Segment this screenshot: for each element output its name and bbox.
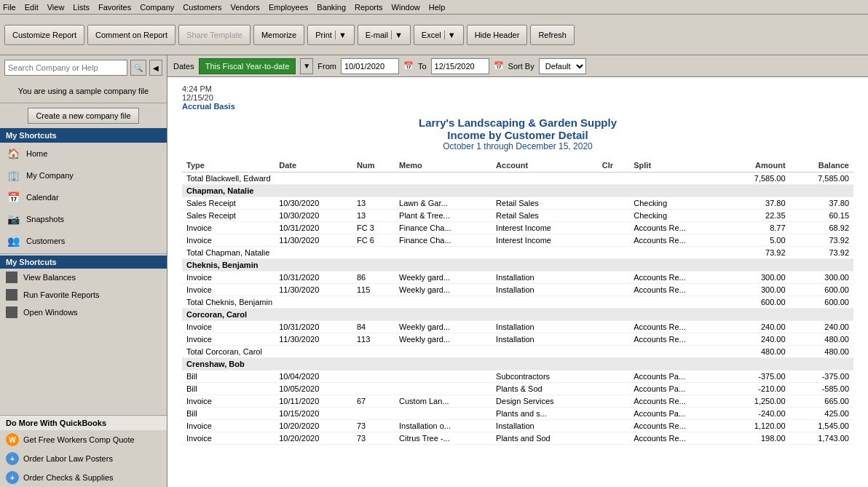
sidebar-item-view-balances[interactable]: View Balances bbox=[0, 269, 167, 286]
to-date-input[interactable] bbox=[431, 58, 489, 74]
menu-item-vendors[interactable]: Vendors bbox=[231, 3, 260, 12]
cell-balance: 665.00 bbox=[790, 395, 853, 408]
print-button[interactable]: Print ▼ bbox=[307, 25, 355, 45]
print-arrow-icon[interactable]: ▼ bbox=[335, 31, 347, 39]
sidebar-item-customers[interactable]: 👥 Customers bbox=[0, 230, 167, 252]
menu-item-window[interactable]: Window bbox=[392, 3, 420, 12]
table-row[interactable]: Invoice 10/31/2020 84 Weekly gard... Ins… bbox=[182, 321, 853, 333]
sort-by-select[interactable]: Default bbox=[539, 58, 586, 74]
workers-comp-icon: W bbox=[6, 433, 19, 446]
search-input[interactable] bbox=[4, 60, 127, 76]
group-header-label: Crenshaw, Bob bbox=[182, 358, 853, 371]
sidebar-item-mycompany[interactable]: 🏢 My Company bbox=[0, 165, 167, 186]
menu-item-edit[interactable]: Edit bbox=[25, 3, 39, 12]
promo-item-checks[interactable]: + Order Checks & Supplies bbox=[0, 468, 167, 487]
table-row[interactable]: Bill 10/05/2020 Plants & Sod Accounts Pa… bbox=[182, 383, 853, 395]
cell-account: Installation bbox=[492, 272, 598, 284]
table-row[interactable]: Bill 10/04/2020 Subcontractors Accounts … bbox=[182, 371, 853, 383]
customize-report-button[interactable]: Customize Report bbox=[4, 25, 84, 45]
date-dropdown-arrow[interactable]: ▼ bbox=[300, 58, 313, 74]
create-company-button[interactable]: Create a new company file bbox=[28, 108, 138, 124]
table-row[interactable]: Invoice 11/30/2020 115 Weekly gard... In… bbox=[182, 284, 853, 296]
sidebar-item-view-balances-label: View Balances bbox=[23, 273, 76, 282]
report-area: 4:24 PM 12/15/20 Accrual Basis Larry's L… bbox=[167, 77, 868, 487]
cell-amount: 37.80 bbox=[726, 197, 789, 210]
table-row[interactable]: Invoice 10/20/2020 73 Installation o... … bbox=[182, 420, 853, 432]
table-row[interactable]: Bill 10/15/2020 Plants and s... Accounts… bbox=[182, 408, 853, 420]
total-amount: 7,585.00 bbox=[726, 173, 789, 185]
menu-item-employees[interactable]: Employees bbox=[269, 3, 308, 12]
sidebar-item-calendar[interactable]: 📅 Calendar bbox=[0, 186, 167, 208]
refresh-button[interactable]: Refresh bbox=[530, 25, 575, 45]
email-arrow-icon[interactable]: ▼ bbox=[391, 31, 403, 39]
table-row[interactable]: Total Blackwell, Edward 7,585.00 7,585.0… bbox=[182, 173, 853, 185]
calendar-to-icon[interactable]: 📅 bbox=[494, 61, 504, 71]
cell-date: 10/31/2020 bbox=[275, 321, 352, 333]
table-row[interactable]: Invoice 11/30/2020 113 Weekly gard... In… bbox=[182, 333, 853, 346]
table-row[interactable]: Sales Receipt 10/30/2020 13 Lawn & Gar..… bbox=[182, 197, 853, 210]
col-header-memo[interactable]: Memo bbox=[395, 159, 492, 173]
cell-balance: 425.00 bbox=[790, 408, 853, 420]
calendar-from-icon[interactable]: 📅 bbox=[403, 61, 414, 71]
sidebar-item-open-windows[interactable]: Open Windows bbox=[0, 304, 167, 321]
col-header-date[interactable]: Date bbox=[275, 159, 352, 173]
menu-item-company[interactable]: Company bbox=[140, 3, 174, 12]
cell-split: Checking bbox=[629, 197, 726, 210]
col-header-split[interactable]: Split bbox=[629, 159, 726, 173]
col-header-account[interactable]: Account bbox=[492, 159, 598, 173]
cell-balance: 240.00 bbox=[790, 321, 853, 333]
table-row[interactable]: Total Corcoran, Carol 480.00 480.00 bbox=[182, 346, 853, 358]
promo-item-workers-comp[interactable]: W Get Free Workers Comp Quote bbox=[0, 430, 167, 449]
table-row[interactable]: Invoice 10/11/2020 67 Custom Lan... Desi… bbox=[182, 395, 853, 408]
table-row[interactable]: Chapman, Natalie bbox=[182, 185, 853, 197]
table-row[interactable]: Invoice 11/30/2020 FC 6 Finance Cha... I… bbox=[182, 234, 853, 247]
col-header-type[interactable]: Type bbox=[182, 159, 275, 173]
table-row[interactable]: Invoice 10/31/2020 86 Weekly gard... Ins… bbox=[182, 272, 853, 284]
col-header-num[interactable]: Num bbox=[352, 159, 395, 173]
table-row[interactable]: Crenshaw, Bob bbox=[182, 358, 853, 371]
menu-item-customers[interactable]: Customers bbox=[183, 3, 221, 12]
sidebar-item-run-reports[interactable]: Run Favorite Reports bbox=[0, 286, 167, 304]
sidebar-item-snapshots[interactable]: 📷 Snapshots bbox=[0, 208, 167, 230]
cell-memo: Custom Lan... bbox=[395, 395, 492, 408]
menu-item-banking[interactable]: Banking bbox=[317, 3, 346, 12]
cell-split: Accounts Pa... bbox=[629, 383, 726, 395]
comment-on-report-button[interactable]: Comment on Report bbox=[87, 25, 175, 45]
menu-item-help[interactable]: Help bbox=[429, 3, 446, 12]
hide-header-button[interactable]: Hide Header bbox=[467, 25, 528, 45]
promo-item-labor-law[interactable]: + Order Labor Law Posters bbox=[0, 449, 167, 468]
menu-item-view[interactable]: View bbox=[47, 3, 65, 12]
menu-item-favorites[interactable]: Favorites bbox=[98, 3, 131, 12]
share-template-button[interactable]: Share Template bbox=[178, 25, 250, 45]
cell-num: 86 bbox=[352, 272, 395, 284]
menu-item-reports[interactable]: Reports bbox=[355, 3, 383, 12]
table-row[interactable]: Corcoran, Carol bbox=[182, 309, 853, 321]
table-row[interactable]: Invoice 10/20/2020 73 Citrus Tree -... P… bbox=[182, 432, 853, 445]
memorize-button[interactable]: Memorize bbox=[253, 25, 304, 45]
excel-button[interactable]: Excel ▼ bbox=[414, 25, 464, 45]
cell-amount: -240.00 bbox=[726, 408, 789, 420]
fiscal-year-button[interactable]: This Fiscal Year-to-date bbox=[199, 58, 296, 74]
toolbar: Customize Report Comment on Report Share… bbox=[0, 15, 868, 55]
table-row[interactable]: Total Chapman, Natalie 73.92 73.92 bbox=[182, 247, 853, 259]
table-row[interactable]: Total Cheknis, Benjamin 600.00 600.00 bbox=[182, 296, 853, 309]
cell-clr bbox=[598, 234, 629, 247]
menu-item-file[interactable]: File bbox=[3, 3, 16, 12]
col-header-clr[interactable]: Clr bbox=[598, 159, 629, 173]
search-button[interactable]: 🔍 bbox=[130, 60, 146, 76]
table-row[interactable]: Invoice 10/31/2020 FC 3 Finance Cha... I… bbox=[182, 222, 853, 234]
col-header-balance[interactable]: Balance bbox=[790, 159, 853, 173]
shortcuts-label: My Shortcuts bbox=[6, 258, 57, 266]
nav-back-button[interactable]: ◀ bbox=[149, 60, 162, 76]
group-total-balance: 480.00 bbox=[790, 346, 853, 358]
table-row[interactable]: Sales Receipt 10/30/2020 13 Plant & Tree… bbox=[182, 210, 853, 222]
email-button[interactable]: E-mail ▼ bbox=[358, 25, 411, 45]
table-row[interactable]: Cheknis, Benjamin bbox=[182, 259, 853, 272]
excel-arrow-icon[interactable]: ▼ bbox=[444, 31, 456, 39]
report-name: Income by Customer Detail bbox=[182, 129, 853, 141]
menu-item-lists[interactable]: Lists bbox=[73, 3, 90, 12]
col-header-amount[interactable]: Amount bbox=[726, 159, 789, 173]
from-date-input[interactable] bbox=[341, 58, 399, 74]
group-total-label: Total Chapman, Natalie bbox=[182, 247, 726, 259]
sidebar-item-home[interactable]: 🏠 Home bbox=[0, 143, 167, 165]
